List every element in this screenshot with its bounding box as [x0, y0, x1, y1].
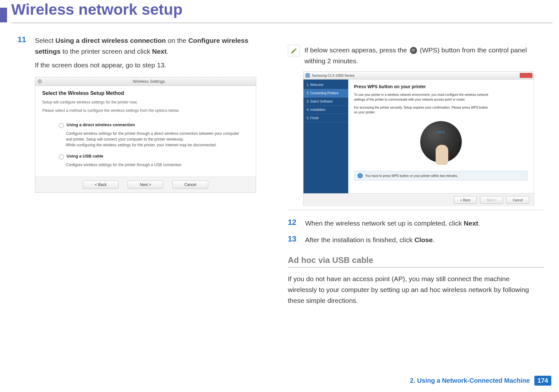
sidebar-item[interactable]: 1. Welcome — [303, 81, 348, 89]
step-body: When the wireless network set up is comp… — [305, 218, 480, 229]
note-icon — [288, 45, 300, 57]
wps-icon: ⟳ — [410, 47, 417, 54]
text: Select — [35, 37, 55, 44]
option-label: Using a direct wireless connection — [67, 122, 135, 127]
option-label: Using a USB cable — [67, 154, 103, 158]
option-desc: Configure wireless settings for the prin… — [66, 131, 245, 148]
page-footer: 2. Using a Network-Connected Machine 174 — [410, 376, 551, 386]
dialog-sub2: Please select a method to configure the … — [42, 108, 249, 113]
text: After the installation is finished, clic… — [305, 236, 414, 243]
info-text: You have to press WPS button on your pri… — [365, 174, 458, 178]
win-titlebar: Samsung CLX-3300 Series — [303, 72, 534, 80]
radio-icon[interactable] — [59, 123, 64, 128]
info-banner: i You have to press WPS button on your p… — [354, 171, 528, 181]
text: If below screen apperas, press the — [304, 46, 409, 54]
page: Wireless network setup 11 Select Using a… — [0, 0, 559, 392]
note-callout: If below screen apperas, press the ⟳ (WP… — [288, 45, 544, 66]
sidebar-item[interactable]: 5. Finish — [303, 114, 348, 122]
sidebar-item[interactable]: 3. Select Software — [303, 97, 348, 106]
wizard-sidebar: 1. Welcome 2. Connecting Printers 3. Sel… — [303, 80, 348, 193]
chapter-label: 2. Using a Network-Connected Machine — [410, 377, 530, 384]
sidebar-item[interactable]: 2. Connecting Printers — [303, 89, 348, 97]
option-desc: Configure wireless settings for the prin… — [66, 162, 245, 168]
dialog-body: 1. Welcome 2. Connecting Printers 3. Sel… — [303, 80, 534, 193]
dialog-para: For accessing the printer securely, Setu… — [354, 105, 492, 115]
step-12: 12 When the wireless network set up is c… — [288, 218, 544, 229]
page-number: 174 — [534, 376, 551, 386]
text-bold: Next — [152, 48, 167, 55]
radio-icon[interactable] — [59, 154, 64, 159]
close-icon[interactable] — [520, 73, 532, 78]
window-title: Wireless Settings — [42, 79, 256, 84]
screenshot-wireless-settings: Wireless Settings Select the Wireless Se… — [35, 77, 256, 193]
options: Using a direct wireless connection Confi… — [42, 122, 249, 168]
dialog-button-bar: < Back Next > Cancel — [303, 193, 534, 206]
dialog-heading: Select the Wireless Setup Method — [42, 90, 249, 96]
step-body: Select Using a direct wireless connectio… — [35, 35, 265, 71]
right-column: If below screen apperas, press the ⟳ (WP… — [288, 35, 544, 306]
sidebar-item[interactable]: 4. Installation — [303, 106, 348, 114]
app-icon — [305, 73, 310, 78]
back-button[interactable]: < Back — [454, 196, 477, 204]
option-usb-cable[interactable]: Using a USB cable — [59, 154, 249, 159]
text: on the — [166, 37, 188, 44]
text-bold: Next — [464, 219, 478, 227]
pencil-icon — [290, 47, 297, 54]
accent-bar — [0, 8, 7, 22]
dialog-heading: Press WPS button on your printer — [354, 84, 528, 89]
text: to the printer screen and click — [61, 48, 152, 55]
back-button[interactable]: < Back — [83, 181, 119, 189]
window-close-icon[interactable] — [38, 79, 42, 83]
next-button[interactable]: Next > — [128, 181, 163, 189]
section-rule — [288, 267, 544, 268]
left-column: 11 Select Using a direct wireless connec… — [18, 35, 273, 193]
screenshot-wps-dialog: Samsung CLX-3300 Series 1. Welcome 2. Co… — [303, 71, 534, 206]
step-body: After the installation is finished, clic… — [305, 234, 435, 245]
dialog-sub1: Setup will configure wireless settings f… — [42, 100, 249, 104]
step-number: 11 — [18, 35, 29, 71]
step-11: 11 Select Using a direct wireless connec… — [18, 35, 273, 71]
text: . — [478, 219, 480, 227]
page-title: Wireless network setup — [11, 1, 183, 18]
option-direct-wireless[interactable]: Using a direct wireless connection — [59, 122, 249, 128]
note-text: If below screen apperas, press the ⟳ (WP… — [304, 45, 544, 66]
text: . — [167, 48, 169, 55]
dialog-button-bar: < Back Next > Cancel — [35, 177, 256, 192]
step-13: 13 After the installation is finished, c… — [288, 234, 544, 245]
finger-icon — [436, 145, 448, 165]
window-title: Samsung CLX-3300 Series — [312, 73, 354, 77]
mac-titlebar: Wireless Settings — [35, 77, 256, 86]
wps-illustration: WPS — [420, 121, 462, 163]
divider — [288, 210, 544, 210]
section-para: If you do not have an access point (AP),… — [288, 273, 540, 306]
step-number: 13 — [288, 234, 299, 245]
info-icon: i — [358, 173, 363, 178]
step-subtext: If the screen does not appear, go to ste… — [35, 60, 265, 71]
wps-label: WPS — [420, 131, 462, 134]
text-bold: Using a direct wireless connection — [55, 37, 166, 44]
text: . — [433, 236, 435, 243]
next-button[interactable]: Next > — [480, 196, 503, 204]
dialog-main: Press WPS button on your printer To use … — [348, 80, 534, 193]
cancel-button[interactable]: Cancel — [172, 181, 208, 189]
text-bold: Close — [414, 236, 433, 243]
text: When the wireless network set up is comp… — [305, 219, 464, 227]
dialog-para: To use your printer in a wireless networ… — [354, 92, 492, 102]
step-number: 12 — [288, 218, 299, 229]
title-rule — [11, 22, 553, 24]
dialog-body: Select the Wireless Setup Method Setup w… — [35, 86, 256, 177]
section-heading: Ad hoc via USB cable — [288, 255, 544, 265]
cancel-button[interactable]: Cancel — [506, 196, 529, 204]
